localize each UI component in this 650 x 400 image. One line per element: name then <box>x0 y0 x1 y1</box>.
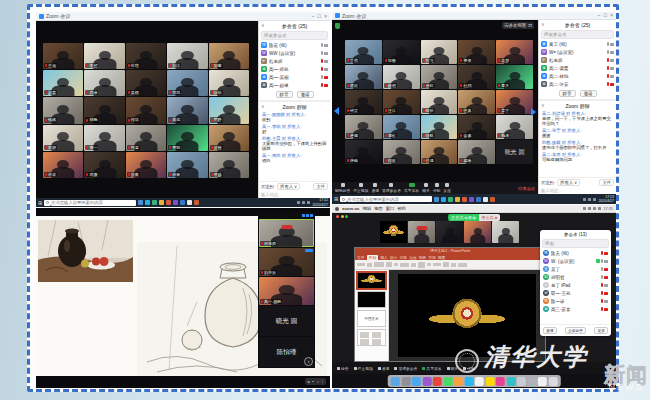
mic-icon[interactable] <box>321 51 323 55</box>
status-icon[interactable] <box>588 207 591 210</box>
video-thumbnail[interactable]: 高一-杨帆 <box>259 277 314 305</box>
taskbar-app-icon[interactable] <box>152 200 157 205</box>
dock-app-icon[interactable] <box>401 377 410 386</box>
camera-icon[interactable] <box>610 59 614 62</box>
close-button[interactable] <box>336 215 339 218</box>
collapse-icon[interactable]: ∨ <box>261 103 265 109</box>
video-thumbnail[interactable] <box>408 221 435 243</box>
ribbon-control[interactable] <box>451 263 456 267</box>
close-button[interactable]: × <box>324 14 327 19</box>
ribbon-control[interactable] <box>433 263 441 266</box>
video-tile[interactable]: 刘洋 <box>167 43 207 69</box>
close-button[interactable]: × <box>610 13 613 18</box>
menu-窗口[interactable]: 窗口 <box>386 206 395 211</box>
camera-icon[interactable] <box>324 60 328 63</box>
video-thumbnail[interactable] <box>492 221 519 243</box>
send-to-select[interactable]: 所有人∨ <box>557 179 580 186</box>
ribbon-control[interactable] <box>411 263 416 267</box>
video-tile[interactable]: 丁然 <box>345 40 382 64</box>
collapse-icon[interactable]: ∨ <box>541 21 545 27</box>
stop-share-button[interactable]: 停止共享 <box>479 214 500 221</box>
mic-icon[interactable] <box>601 291 603 295</box>
video-thumbnail[interactable] <box>464 221 491 243</box>
mic-icon[interactable] <box>607 66 609 70</box>
video-tile[interactable]: 汪洋 <box>383 90 420 114</box>
taskbar-app-icon[interactable] <box>180 200 185 205</box>
taskbar-app-icon[interactable] <box>138 200 143 205</box>
video-tile[interactable]: 韩雪 <box>126 125 166 151</box>
video-tile[interactable]: 唐一 <box>84 125 124 151</box>
participant-row[interactable]: 程程老师 <box>259 57 330 65</box>
mic-icon[interactable] <box>607 82 609 86</box>
collapse-icon[interactable]: ∨ <box>541 102 545 108</box>
ppt-tab-文件[interactable]: 文件 <box>357 255 365 260</box>
minimize-button[interactable] <box>341 215 344 218</box>
collapse-icon[interactable]: ∨ <box>261 22 265 28</box>
ribbon-control[interactable] <box>443 262 449 267</box>
more-videos-button[interactable]: › <box>304 357 313 366</box>
invite-button[interactable]: 邀请 <box>580 90 597 97</box>
file-button[interactable]: 文件 <box>313 183 328 190</box>
taskbar-app-icon[interactable] <box>483 197 488 202</box>
共享屏幕-button[interactable]: 共享屏幕 <box>422 366 441 371</box>
ppt-tab-切换[interactable]: 切换 <box>399 255 407 260</box>
minimize-button[interactable]: – <box>312 14 315 19</box>
start-button[interactable]: ⊞ <box>38 200 42 206</box>
ppt-tab-放映[interactable]: 放映 <box>419 255 427 260</box>
camera-icon[interactable] <box>604 252 608 255</box>
participant-row[interactable]: 程程老师 <box>539 56 616 64</box>
video-tile[interactable]: 谭松 <box>383 115 420 139</box>
participant-row[interactable]: 高高二-梁晨 <box>539 64 616 72</box>
video-tile[interactable]: 阎雨 <box>383 140 420 164</box>
ppt-tab-设计[interactable]: 设计 <box>390 255 398 260</box>
video-tile[interactable]: 付强 <box>421 140 458 164</box>
video-tile[interactable]: 罗静 <box>209 97 249 123</box>
taskbar-app-icon[interactable] <box>194 200 199 205</box>
tray-icon[interactable] <box>302 201 305 204</box>
dock-app-icon[interactable] <box>422 377 431 386</box>
camera-icon[interactable] <box>324 76 328 79</box>
ribbon-control[interactable] <box>458 263 467 267</box>
taskbar-app-icon[interactable] <box>441 197 446 202</box>
slide-thumbnail[interactable] <box>357 291 386 308</box>
minimize-button[interactable]: – <box>598 13 601 18</box>
participant-row[interactable]: 高高二-许安 <box>539 80 616 88</box>
video-tile[interactable]: 姜宁 <box>496 90 533 114</box>
participant-row[interactable]: 老老丁 iPad <box>540 281 611 289</box>
video-tile[interactable]: 谢楠 <box>209 125 249 151</box>
video-tile[interactable]: 杜鹃 <box>458 65 495 89</box>
全体静音-button[interactable]: 全体静音 <box>565 327 586 334</box>
status-icon[interactable] <box>583 207 586 210</box>
camera-icon[interactable] <box>604 260 608 263</box>
slide-thumbnail[interactable]: 中国美术 <box>357 310 386 327</box>
mic-icon[interactable] <box>601 275 603 279</box>
participant-row[interactable]: 陈陈一诺 <box>540 297 611 305</box>
video-tile[interactable]: 董俊 <box>458 40 495 64</box>
停止视频-button[interactable]: 停止视频 <box>354 366 373 371</box>
video-tile[interactable]: 林晚 <box>84 97 124 123</box>
camera-icon[interactable] <box>604 268 608 271</box>
end-meeting-button[interactable]: 结束会议 <box>518 186 535 191</box>
camera-icon[interactable] <box>604 300 608 303</box>
taskbar-app-icon[interactable] <box>166 200 171 205</box>
video-tile[interactable]: 晓光 圆 <box>496 140 533 164</box>
participant-row[interactable]: WWW (会议室) <box>259 49 330 57</box>
video-tile[interactable]: 郑凯 <box>167 70 207 96</box>
chat-input[interactable]: 输入消息... <box>541 186 614 193</box>
mic-icon[interactable] <box>601 307 603 311</box>
video-tile[interactable]: 宋妍 <box>43 125 83 151</box>
录制-button[interactable]: 录制 <box>433 183 441 193</box>
管理参会者-button[interactable]: 管理参会者 <box>382 183 401 193</box>
dock-app-icon[interactable] <box>454 377 463 386</box>
video-tile[interactable]: 蒋欣 <box>345 65 382 89</box>
mute-button[interactable]: 静音 <box>276 91 293 98</box>
ppt-tab-插入[interactable]: 插入 <box>380 255 388 260</box>
participant-row[interactable]: 胡胡明哲 <box>540 273 611 281</box>
tray-icon[interactable] <box>588 198 591 201</box>
video-tile[interactable]: 孙悦 <box>209 70 249 96</box>
video-tile[interactable]: 吴桐 <box>126 70 166 96</box>
邀请-button[interactable]: 邀请 <box>543 327 557 334</box>
mic-icon[interactable] <box>321 75 323 79</box>
dock-app-icon[interactable] <box>485 377 494 386</box>
mic-icon[interactable] <box>321 67 323 71</box>
